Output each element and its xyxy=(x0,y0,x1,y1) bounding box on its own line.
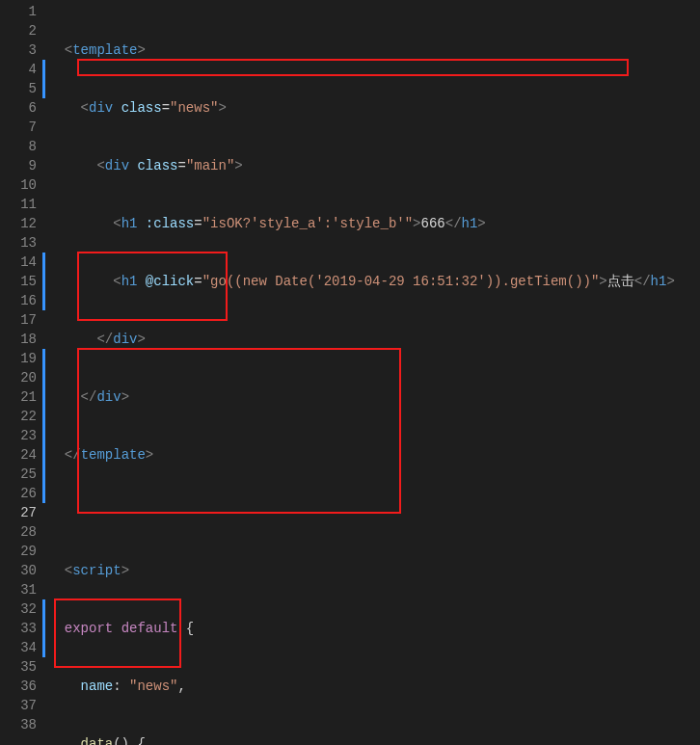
code-line[interactable]: <div class="main"> xyxy=(48,156,700,175)
code-area[interactable]: <template> <div class="news"> <div class… xyxy=(48,2,700,745)
code-line[interactable]: <div class="news"> xyxy=(48,98,700,118)
code-line[interactable]: </div> xyxy=(48,387,700,407)
code-line[interactable] xyxy=(48,503,700,522)
code-line[interactable]: </div> xyxy=(48,330,700,349)
code-line[interactable]: <h1 :class="isOK?'style_a':'style_b'">66… xyxy=(48,214,700,233)
code-editor[interactable]: 1234567891011121314151617181920212223242… xyxy=(0,0,700,745)
code-line[interactable]: <template> xyxy=(48,40,700,60)
line-number-gutter: 1234567891011121314151617181920212223242… xyxy=(0,2,42,745)
code-line[interactable]: <script> xyxy=(48,561,700,580)
code-line[interactable]: name: "news", xyxy=(48,677,700,696)
code-line[interactable]: </template> xyxy=(48,445,700,465)
code-line[interactable]: <h1 @click="go((new Date('2019-04-29 16:… xyxy=(48,272,700,291)
code-line[interactable]: export default { xyxy=(48,619,700,638)
code-line[interactable]: data() { xyxy=(48,734,700,745)
